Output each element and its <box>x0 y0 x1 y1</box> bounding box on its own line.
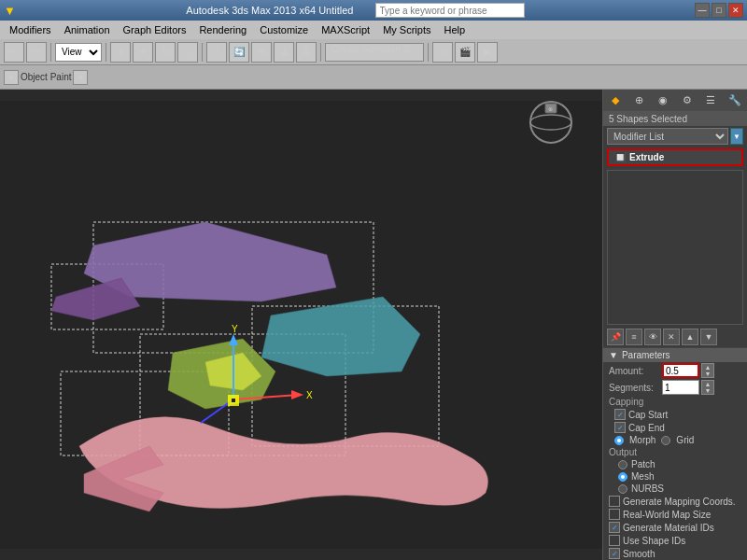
use-shape-ids-row: Use Shape IDs <box>603 534 747 547</box>
search-input[interactable] <box>375 3 525 18</box>
menu-my-scripts[interactable]: My Scripts <box>377 22 436 37</box>
cap-end-row: ✓ Cap End <box>603 421 747 434</box>
close-button[interactable]: ✕ <box>728 3 743 18</box>
real-world-label: Real-World Map Size <box>623 510 711 520</box>
morph-radio[interactable] <box>614 436 624 445</box>
viewport-gizmo: ⊕ <box>528 99 574 146</box>
view-dropdown[interactable]: View <box>55 43 102 62</box>
toolbar-text[interactable]: A <box>296 42 317 63</box>
menu-animation[interactable]: Animation <box>59 22 116 37</box>
title-bar-left: ▼ <box>4 4 16 18</box>
patch-radio[interactable] <box>618 460 627 469</box>
menu-graph-editors[interactable]: Graph Editors <box>118 22 192 37</box>
cap-start-label: Cap Start <box>628 410 668 420</box>
menu-rendering[interactable]: Rendering <box>193 22 252 37</box>
real-world-checkbox[interactable] <box>609 509 620 520</box>
params-collapse-icon[interactable]: ▼ <box>609 350 618 360</box>
gen-mapping-checkbox[interactable] <box>609 496 620 507</box>
gen-material-checkbox[interactable]: ✓ <box>609 522 620 533</box>
modifier-list-dropdown[interactable]: Modifier List <box>607 128 728 145</box>
modifier-list-row: Modifier List ▼ <box>603 126 747 147</box>
title-bar-title: Autodesk 3ds Max 2013 x64 Untitled <box>16 3 695 18</box>
menu-maxscript[interactable]: MAXScript <box>316 22 375 37</box>
output-nurbs-row: NURBS <box>603 483 747 495</box>
toolbar-separator-5 <box>428 43 429 62</box>
toolbar-angle[interactable]: ∡ <box>274 42 294 63</box>
extrude-label: Extrude <box>629 152 664 162</box>
smooth-row: ✓ Smooth <box>603 547 747 560</box>
toolbar2-paint-btn[interactable]: ● <box>4 70 19 85</box>
panel-tab-hierarchy[interactable]: ◉ <box>654 91 672 110</box>
toolbar-btn-undo[interactable]: ↩ <box>4 42 24 63</box>
extrude-icon: 🔲 <box>614 152 626 162</box>
amount-spinner[interactable]: ▲▼ <box>701 363 714 378</box>
toolbar-separator-2 <box>106 43 106 62</box>
toolbar-magnet[interactable]: 🔄 <box>229 42 249 63</box>
stack-down-btn[interactable]: ▼ <box>700 329 717 345</box>
stack-options-btn[interactable]: ≡ <box>626 329 642 345</box>
toolbar2-dropdown-btn[interactable]: ▼ <box>73 70 88 85</box>
svg-text:Y: Y <box>232 324 238 334</box>
toolbar-separator-4 <box>320 43 321 62</box>
title-bar-controls: — □ ✕ <box>695 3 743 18</box>
amount-label: Amount: <box>609 366 660 376</box>
amount-input[interactable] <box>662 363 699 378</box>
nurbs-radio[interactable] <box>618 484 627 494</box>
toolbar-rotate-btn[interactable]: ↻ <box>155 42 176 63</box>
toolbar-move-btn[interactable]: ✛ <box>133 42 153 63</box>
parameters-header: ▼ Parameters <box>603 347 747 362</box>
menu-modifiers[interactable]: Modifiers <box>4 22 57 37</box>
panel-tab-modify[interactable]: ⊕ <box>629 91 648 110</box>
app-logo[interactable]: ▼ <box>4 4 16 18</box>
grid-radio[interactable] <box>661 436 670 445</box>
toolbar-scale-btn[interactable]: ⤡ <box>177 42 198 63</box>
segments-row: Segments: ▲▼ <box>603 379 747 396</box>
segments-input[interactable] <box>662 380 699 395</box>
viewport[interactable]: Y X ⊕ <box>0 90 602 560</box>
stack-buttons: 📌 ≡ 👁 ✕ ▲ ▼ <box>603 327 747 347</box>
segments-spinner[interactable]: ▲▼ <box>701 380 714 395</box>
smooth-checkbox[interactable]: ✓ <box>609 548 620 559</box>
stack-display-btn[interactable]: 👁 <box>644 329 661 345</box>
stack-delete-btn[interactable]: ✕ <box>663 329 680 345</box>
toolbar-num1[interactable]: ³ <box>206 42 227 63</box>
svg-text:⊕: ⊕ <box>548 106 553 112</box>
right-panel: ◆ ⊕ ◉ ⚙ ☰ 🔧 5 Shapes Selected Modifier L… <box>602 90 747 560</box>
toolbar-select-btn[interactable]: ⊕ <box>110 42 131 63</box>
use-shape-ids-label: Use Shape IDs <box>623 536 685 546</box>
panel-tab-create[interactable]: ◆ <box>606 91 625 110</box>
svg-rect-20 <box>232 399 235 402</box>
title-bar: ▼ Autodesk 3ds Max 2013 x64 Untitled — □… <box>0 0 747 21</box>
minimize-button[interactable]: — <box>695 3 710 18</box>
toolbar-scene-btn[interactable]: 🎬 <box>455 42 475 63</box>
menu-help[interactable]: Help <box>438 22 471 37</box>
stack-up-btn[interactable]: ▲ <box>682 329 698 345</box>
mesh-radio[interactable] <box>618 472 627 482</box>
main-toolbar: ↩ ↪ View ⊕ ✛ ↻ ⤡ ³ 🔄 % ∡ A Create Select… <box>0 39 747 65</box>
maximize-button[interactable]: □ <box>712 3 726 18</box>
capping-label: Capping <box>603 396 747 408</box>
panel-tab-motion[interactable]: ⚙ <box>678 91 697 110</box>
grid-label: Grid <box>676 435 694 445</box>
toolbar-render[interactable]: ▶ <box>477 42 498 63</box>
toolbar-separator-1 <box>50 43 51 62</box>
real-world-row: Real-World Map Size <box>603 508 747 521</box>
panel-tab-display[interactable]: ☰ <box>701 91 720 110</box>
object-paint-label: Object Paint <box>21 72 71 82</box>
gen-material-label: Generate Material IDs <box>623 523 714 533</box>
stack-pin-btn[interactable]: 📌 <box>607 329 624 345</box>
cap-end-checkbox[interactable]: ✓ <box>614 422 626 433</box>
toolbar-btn-redo[interactable]: ↪ <box>26 42 47 63</box>
create-selection-button[interactable]: Create Selection S... <box>325 43 424 62</box>
modifier-dropdown-arrow[interactable]: ▼ <box>730 128 743 145</box>
use-shape-ids-checkbox[interactable] <box>609 535 620 546</box>
cap-start-checkbox[interactable]: ✓ <box>614 409 626 420</box>
cap-end-label: Cap End <box>628 423 665 433</box>
toolbar-percent[interactable]: % <box>251 42 272 63</box>
output-label: Output <box>603 446 747 458</box>
menu-customize[interactable]: Customize <box>254 22 314 37</box>
toolbar-layers[interactable]: ⊞ <box>432 42 453 63</box>
extrude-modifier-item[interactable]: 🔲 Extrude <box>607 148 743 166</box>
capping-type-row: Morph Grid <box>603 434 747 446</box>
panel-tab-utilities[interactable]: 🔧 <box>726 91 744 110</box>
